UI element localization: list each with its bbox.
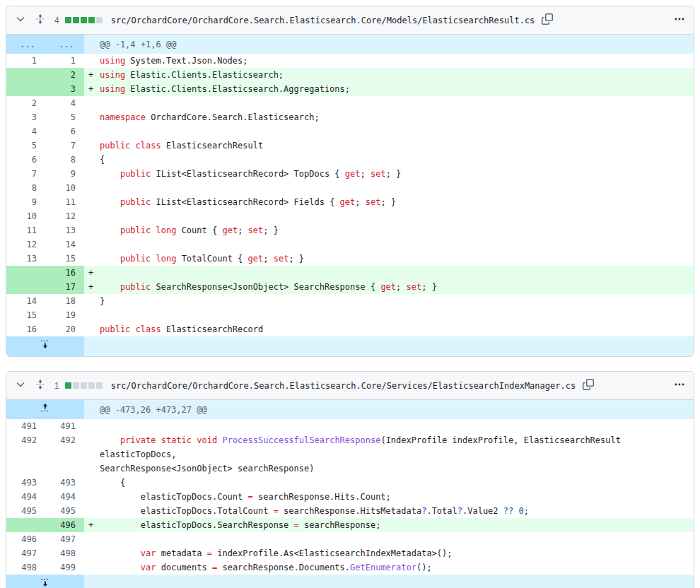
expand-down-button[interactable] [6,336,84,356]
expand-down-button[interactable] [6,575,84,588]
old-line-number[interactable]: 491 [6,419,45,433]
diff-marker [84,322,100,336]
diff-marker [84,252,100,266]
new-line-number[interactable]: 15 [45,252,84,266]
new-line-number[interactable]: 16 [45,266,84,280]
code-segment: elasticTopDocs.Count [100,492,248,502]
code-segment: get [248,254,264,264]
new-line-number[interactable]: 10 [45,181,84,195]
old-line-number[interactable]: 13 [6,252,45,266]
diffstat-added-square [65,17,71,23]
new-line-number[interactable]: 6 [45,124,84,139]
expand-up-button[interactable] [6,400,84,419]
file-options-button[interactable] [672,12,687,28]
unfold-file-button[interactable] [33,377,47,394]
old-line-number[interactable]: 497 [6,546,45,560]
code-line: using Elastic.Clients.Elasticsearch; [100,68,694,82]
old-line-number[interactable]: 496 [6,532,45,546]
old-line-number[interactable]: 495 [6,504,45,518]
code-segment [100,225,120,235]
new-line-number[interactable]: 9 [45,167,84,181]
code-segment: public [120,282,151,292]
new-line-number[interactable]: 5 [45,110,84,124]
new-line-number[interactable]: 18 [45,294,84,308]
new-line-number[interactable]: 499 [45,560,84,575]
chevron-down-icon [15,379,26,392]
old-line-number[interactable]: 16 [6,322,45,336]
code-segment: = [207,548,212,558]
new-line-number[interactable]: 13 [45,223,84,237]
old-line-number[interactable]: 3 [6,110,45,124]
old-line-number[interactable]: 4 [6,124,45,139]
file-options-button[interactable] [672,377,687,394]
code-segment [100,563,141,572]
old-line-number[interactable]: 9 [6,195,45,209]
old-line-number[interactable]: 494 [6,490,45,504]
diff-row-context: 1418} [6,294,694,308]
code-line [100,209,694,223]
new-line-number[interactable]: 17 [45,280,84,294]
old-line-number[interactable] [6,280,45,294]
code-segment: GetEnumerator [350,563,416,572]
old-line-number[interactable]: 10 [6,209,45,223]
code-line [100,308,694,322]
copy-path-button[interactable] [581,377,595,394]
new-line-number[interactable]: 493 [45,476,84,490]
new-line-number[interactable]: 495 [45,504,84,518]
new-line-number[interactable]: 19 [45,308,84,322]
hunk-header-row: ......@@ -1,4 +1,6 @@ [6,35,694,54]
code-segment [100,435,120,445]
new-line-number[interactable]: 1 [45,54,84,68]
old-line-number[interactable]: 493 [6,476,45,490]
copy-path-button[interactable] [540,12,554,28]
new-line-number[interactable]: 492 [45,433,84,476]
old-line-number[interactable]: 11 [6,223,45,237]
new-line-number[interactable]: 491 [45,419,84,433]
collapse-file-button[interactable] [13,12,28,28]
new-line-number[interactable]: 14 [45,237,84,252]
new-line-number[interactable]: 498 [45,546,84,560]
old-line-number[interactable]: 2 [6,96,45,110]
new-line-number[interactable]: 3 [45,82,84,96]
new-line-number[interactable]: 12 [45,209,84,223]
old-line-number[interactable]: 6 [6,153,45,167]
old-line-number[interactable] [6,518,45,532]
collapse-file-button[interactable] [13,377,28,394]
code-segment: set [274,254,289,264]
new-line-number[interactable]: 4 [45,96,84,110]
old-line-number[interactable]: 15 [6,308,45,322]
diff-row-context: 810 [6,181,694,195]
old-line-number[interactable]: 5 [6,139,45,153]
old-line-number[interactable]: 498 [6,560,45,575]
code-segment: System.Text.Json.Nodes; [125,56,247,66]
new-line-number[interactable]: 494 [45,490,84,504]
old-line-number[interactable]: 7 [6,167,45,181]
code-segment: TotalCount { [176,254,247,264]
new-line-number[interactable]: 2 [45,68,84,82]
diff-row-context: 1519 [6,308,694,322]
code-line: elasticTopDocs.Count = searchResponse.Hi… [100,490,694,504]
file-path[interactable]: src/OrchardCore/OrchardCore.Search.Elast… [111,16,535,25]
code-segment: public [120,197,151,207]
code-segment: ; [263,254,273,264]
new-line-number[interactable]: 11 [45,195,84,209]
new-line-number[interactable]: 497 [45,532,84,546]
new-line-number[interactable]: 20 [45,322,84,336]
diff-marker: + [84,518,100,532]
old-line-number[interactable] [6,82,45,96]
new-line-number[interactable]: 496 [45,518,84,532]
old-line-number[interactable]: 12 [6,237,45,252]
diff-row-context: 1012 [6,209,694,223]
code-line: public SearchResponse<JsonObject> Search… [100,280,694,294]
code-segment: searchResponse.Hits.Count; [253,492,391,502]
unfold-file-button[interactable] [33,12,47,28]
file-path[interactable]: src/OrchardCore/OrchardCore.Search.Elast… [111,381,576,391]
old-line-number[interactable] [6,68,45,82]
old-line-number[interactable]: 14 [6,294,45,308]
old-line-number[interactable]: 1 [6,54,45,68]
old-line-number[interactable]: 492 [6,433,45,476]
old-line-number[interactable] [6,266,45,280]
new-line-number[interactable]: 8 [45,153,84,167]
old-line-number[interactable]: 8 [6,181,45,195]
new-line-number[interactable]: 7 [45,139,84,153]
